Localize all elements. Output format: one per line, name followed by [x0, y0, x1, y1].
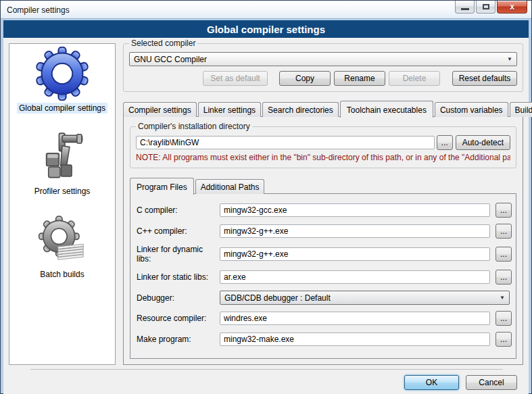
sidebar-item-label: Profiler settings	[32, 186, 93, 197]
window-title: Compiler settings	[7, 5, 70, 15]
static-linker-browse-button[interactable]: ...	[495, 270, 512, 285]
selected-compiler-group: Selected compiler GNU GCC Compiler ▼ Set…	[123, 43, 523, 92]
batch-builds-icon	[36, 214, 89, 267]
field-row-debugger: Debugger: GDB/CDB debugger : Default ▼	[137, 291, 510, 305]
auto-detect-button[interactable]: Auto-detect	[456, 135, 510, 150]
dialog-header: Global compiler settings	[3, 20, 529, 38]
field-row-make-program: Make program: ...	[137, 332, 510, 347]
cpp-compiler-browse-button[interactable]: ...	[495, 224, 512, 239]
field-row-static-linker: Linker for static libs: ...	[137, 270, 510, 285]
debugger-label: Debugger:	[137, 293, 216, 303]
tab-custom-variables[interactable]: Custom variables	[435, 102, 508, 117]
sidebar-item-batch-builds[interactable]: Batch builds	[36, 214, 89, 280]
settings-panel: Selected compiler GNU GCC Compiler ▼ Set…	[123, 43, 523, 365]
ok-button[interactable]: OK	[404, 375, 459, 390]
reset-defaults-button[interactable]: Reset defaults	[452, 71, 517, 86]
close-icon: x	[510, 2, 514, 11]
dynamic-linker-input[interactable]	[220, 247, 490, 261]
sidebar-item-profiler-settings[interactable]: Profiler settings	[32, 131, 93, 197]
profiler-icon	[36, 131, 89, 184]
program-files-panel: C compiler: ... C++ compiler: ... Linker…	[130, 193, 516, 359]
rename-button[interactable]: Rename	[334, 71, 385, 86]
minimize-icon	[461, 8, 469, 10]
sidebar-item-global-compiler-settings[interactable]: Global compiler settings	[17, 47, 107, 114]
debugger-select[interactable]: GDB/CDB debugger : Default ▼	[220, 291, 510, 305]
tab-search-directories[interactable]: Search directories	[262, 102, 339, 117]
cancel-button[interactable]: Cancel	[466, 375, 517, 390]
c-compiler-browse-button[interactable]: ...	[495, 203, 512, 218]
toolchain-subtabs: Program Files Additional Paths	[130, 178, 516, 194]
maximize-button[interactable]	[476, 1, 495, 14]
set-as-default-button[interactable]: Set as default	[203, 71, 268, 86]
tab-compiler-settings[interactable]: Compiler settings	[123, 102, 197, 117]
make-program-label: Make program:	[137, 335, 216, 344]
field-row-cpp-compiler: C++ compiler: ...	[137, 224, 510, 239]
compiler-select[interactable]: GNU GCC Compiler ▼	[129, 52, 517, 66]
tab-build-options[interactable]: Build options	[510, 102, 532, 117]
installation-directory-input[interactable]	[136, 136, 435, 149]
compiler-settings-dialog: Compiler settings x Global compiler sett…	[0, 0, 532, 394]
sidebar-item-label: Batch builds	[38, 269, 86, 280]
make-program-browse-button[interactable]: ...	[495, 332, 512, 347]
tab-toolchain-executables[interactable]: Toolchain executables	[340, 101, 433, 118]
tab-linker-settings[interactable]: Linker settings	[198, 102, 261, 117]
titlebar[interactable]: Compiler settings x	[1, 1, 531, 19]
selected-compiler-group-label: Selected compiler	[129, 39, 197, 48]
subtab-program-files[interactable]: Program Files	[130, 178, 194, 195]
debugger-select-value: GDB/CDB debugger : Default	[224, 293, 331, 303]
cpp-compiler-input[interactable]	[220, 224, 490, 238]
blue-gear-icon	[35, 47, 89, 101]
compiler-tabs: Compiler settings Linker settings Search…	[123, 101, 523, 117]
c-compiler-label: C compiler:	[137, 205, 216, 215]
close-button[interactable]: x	[497, 1, 527, 14]
static-linker-label: Linker for static libs:	[137, 272, 216, 282]
cpp-compiler-label: C++ compiler:	[137, 226, 216, 236]
chevron-down-icon: ▼	[500, 295, 505, 301]
settings-sidebar: Global compiler settings	[9, 43, 116, 365]
window-controls: x	[454, 1, 527, 14]
dynamic-linker-browse-button[interactable]: ...	[495, 247, 512, 262]
page-title: Global compiler settings	[207, 24, 325, 35]
field-row-dynamic-linker: Linker for dynamic libs: ...	[137, 245, 510, 264]
field-row-resource-compiler: Resource compiler: ...	[137, 311, 510, 326]
maximize-icon	[483, 4, 489, 9]
installation-directory-group: Compiler's installation directory ... Au…	[130, 126, 516, 168]
minimize-button[interactable]	[455, 1, 475, 14]
installation-directory-label: Compiler's installation directory	[136, 122, 252, 131]
c-compiler-input[interactable]	[220, 203, 490, 217]
field-row-c-compiler: C compiler: ...	[137, 203, 510, 218]
make-program-input[interactable]	[220, 333, 490, 346]
static-linker-input[interactable]	[220, 270, 490, 284]
note-text: NOTE: All programs must exist either in …	[136, 153, 510, 162]
sidebar-item-label: Global compiler settings	[17, 103, 107, 114]
resource-compiler-label: Resource compiler:	[137, 314, 216, 323]
dialog-footer: OK Cancel	[9, 365, 523, 394]
toolchain-executables-panel: Compiler's installation directory ... Au…	[123, 116, 523, 365]
browse-directory-button[interactable]: ...	[437, 135, 453, 150]
dialog-body: Global compiler settings	[3, 38, 529, 394]
delete-button[interactable]: Delete	[389, 71, 440, 86]
compiler-select-value: GNU GCC Compiler	[134, 55, 207, 64]
dynamic-linker-label: Linker for dynamic libs:	[137, 245, 216, 264]
resource-compiler-browse-button[interactable]: ...	[495, 311, 512, 326]
copy-button[interactable]: Copy	[279, 71, 331, 86]
chevron-down-icon: ▼	[507, 56, 512, 62]
resource-compiler-input[interactable]	[220, 312, 490, 325]
subtab-additional-paths[interactable]: Additional Paths	[195, 179, 265, 194]
compiler-actions: Set as default Copy Rename Delete Reset …	[129, 71, 517, 86]
